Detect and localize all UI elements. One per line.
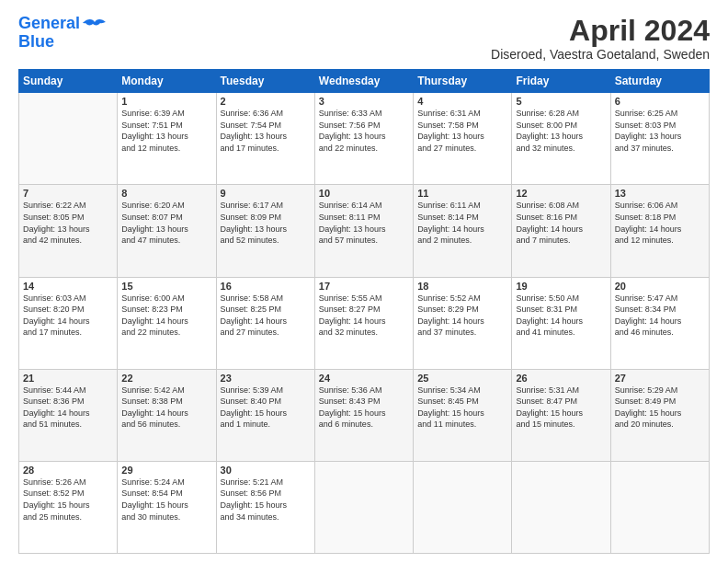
calendar-week-row: 28Sunrise: 5:26 AM Sunset: 8:52 PM Dayli… bbox=[19, 461, 710, 553]
month-title: April 2024 bbox=[491, 15, 710, 47]
day-info: Sunrise: 6:14 AM Sunset: 8:11 PM Dayligh… bbox=[319, 200, 409, 246]
calendar-cell: 30Sunrise: 5:21 AM Sunset: 8:56 PM Dayli… bbox=[216, 461, 314, 553]
header: General Blue April 2024 Diseroed, Vaestr… bbox=[18, 15, 710, 62]
calendar-day-header: Tuesday bbox=[216, 70, 314, 93]
calendar-table: SundayMondayTuesdayWednesdayThursdayFrid… bbox=[18, 69, 710, 554]
calendar-week-row: 14Sunrise: 6:03 AM Sunset: 8:20 PM Dayli… bbox=[19, 277, 710, 369]
day-info: Sunrise: 6:03 AM Sunset: 8:20 PM Dayligh… bbox=[23, 293, 113, 339]
calendar-cell: 9Sunrise: 6:17 AM Sunset: 8:09 PM Daylig… bbox=[216, 185, 314, 277]
day-info: Sunrise: 6:39 AM Sunset: 7:51 PM Dayligh… bbox=[121, 108, 211, 154]
day-number: 2 bbox=[221, 96, 311, 107]
calendar-cell: 21Sunrise: 5:44 AM Sunset: 8:36 PM Dayli… bbox=[19, 369, 118, 461]
calendar-day-header: Wednesday bbox=[314, 70, 413, 93]
day-info: Sunrise: 5:52 AM Sunset: 8:29 PM Dayligh… bbox=[417, 293, 507, 339]
calendar-cell: 29Sunrise: 5:24 AM Sunset: 8:54 PM Dayli… bbox=[118, 461, 216, 553]
calendar-day-header: Monday bbox=[118, 70, 216, 93]
calendar-cell: 6Sunrise: 6:25 AM Sunset: 8:03 PM Daylig… bbox=[610, 93, 709, 185]
logo-bird-icon bbox=[82, 18, 108, 39]
day-number: 20 bbox=[615, 281, 705, 292]
calendar-cell: 22Sunrise: 5:42 AM Sunset: 8:38 PM Dayli… bbox=[118, 369, 216, 461]
calendar-cell bbox=[512, 461, 610, 553]
day-info: Sunrise: 5:42 AM Sunset: 8:38 PM Dayligh… bbox=[121, 385, 211, 431]
day-number: 24 bbox=[319, 373, 409, 384]
day-info: Sunrise: 6:22 AM Sunset: 8:05 PM Dayligh… bbox=[23, 200, 113, 246]
day-info: Sunrise: 5:24 AM Sunset: 8:54 PM Dayligh… bbox=[121, 477, 211, 523]
day-info: Sunrise: 6:08 AM Sunset: 8:16 PM Dayligh… bbox=[516, 200, 606, 246]
day-info: Sunrise: 6:20 AM Sunset: 8:07 PM Dayligh… bbox=[121, 200, 211, 246]
day-number: 13 bbox=[615, 188, 705, 199]
day-info: Sunrise: 6:00 AM Sunset: 8:23 PM Dayligh… bbox=[121, 293, 211, 339]
day-number: 11 bbox=[417, 188, 507, 199]
calendar-week-row: 21Sunrise: 5:44 AM Sunset: 8:36 PM Dayli… bbox=[19, 369, 710, 461]
day-number: 26 bbox=[516, 373, 606, 384]
calendar-cell bbox=[314, 461, 413, 553]
logo-line2: Blue bbox=[18, 32, 54, 51]
page: General Blue April 2024 Diseroed, Vaestr… bbox=[0, 0, 728, 563]
calendar-cell: 12Sunrise: 6:08 AM Sunset: 8:16 PM Dayli… bbox=[512, 185, 610, 277]
day-number: 21 bbox=[23, 373, 113, 384]
calendar-day-header: Friday bbox=[512, 70, 610, 93]
day-info: Sunrise: 5:55 AM Sunset: 8:27 PM Dayligh… bbox=[319, 293, 409, 339]
calendar-cell: 17Sunrise: 5:55 AM Sunset: 8:27 PM Dayli… bbox=[314, 277, 413, 369]
calendar-day-header: Sunday bbox=[19, 70, 118, 93]
day-number: 17 bbox=[319, 281, 409, 292]
day-info: Sunrise: 5:26 AM Sunset: 8:52 PM Dayligh… bbox=[23, 477, 113, 523]
calendar-cell bbox=[19, 93, 118, 185]
day-info: Sunrise: 5:36 AM Sunset: 8:43 PM Dayligh… bbox=[319, 385, 409, 431]
calendar-cell bbox=[414, 461, 512, 553]
calendar-cell: 25Sunrise: 5:34 AM Sunset: 8:45 PM Dayli… bbox=[414, 369, 512, 461]
logo-line1: General bbox=[18, 14, 80, 32]
calendar-week-row: 7Sunrise: 6:22 AM Sunset: 8:05 PM Daylig… bbox=[19, 185, 710, 277]
calendar-cell: 2Sunrise: 6:36 AM Sunset: 7:54 PM Daylig… bbox=[216, 93, 314, 185]
calendar-cell: 27Sunrise: 5:29 AM Sunset: 8:49 PM Dayli… bbox=[610, 369, 709, 461]
day-number: 7 bbox=[23, 188, 113, 199]
day-info: Sunrise: 6:11 AM Sunset: 8:14 PM Dayligh… bbox=[417, 200, 507, 246]
calendar-cell: 18Sunrise: 5:52 AM Sunset: 8:29 PM Dayli… bbox=[414, 277, 512, 369]
day-number: 8 bbox=[121, 188, 211, 199]
calendar-cell: 8Sunrise: 6:20 AM Sunset: 8:07 PM Daylig… bbox=[118, 185, 216, 277]
day-info: Sunrise: 5:58 AM Sunset: 8:25 PM Dayligh… bbox=[221, 293, 311, 339]
calendar-cell: 1Sunrise: 6:39 AM Sunset: 7:51 PM Daylig… bbox=[118, 93, 216, 185]
day-number: 1 bbox=[121, 96, 211, 107]
calendar-cell: 16Sunrise: 5:58 AM Sunset: 8:25 PM Dayli… bbox=[216, 277, 314, 369]
calendar-cell: 23Sunrise: 5:39 AM Sunset: 8:40 PM Dayli… bbox=[216, 369, 314, 461]
day-number: 30 bbox=[221, 465, 311, 476]
calendar-cell: 5Sunrise: 6:28 AM Sunset: 8:00 PM Daylig… bbox=[512, 93, 610, 185]
calendar-cell: 20Sunrise: 5:47 AM Sunset: 8:34 PM Dayli… bbox=[610, 277, 709, 369]
title-block: April 2024 Diseroed, Vaestra Goetaland, … bbox=[491, 15, 710, 62]
calendar-cell: 19Sunrise: 5:50 AM Sunset: 8:31 PM Dayli… bbox=[512, 277, 610, 369]
day-number: 4 bbox=[417, 96, 507, 107]
day-number: 10 bbox=[319, 188, 409, 199]
day-number: 5 bbox=[516, 96, 606, 107]
day-number: 14 bbox=[23, 281, 113, 292]
day-number: 27 bbox=[615, 373, 705, 384]
day-number: 28 bbox=[23, 465, 113, 476]
day-info: Sunrise: 5:34 AM Sunset: 8:45 PM Dayligh… bbox=[417, 385, 507, 431]
location-subtitle: Diseroed, Vaestra Goetaland, Sweden bbox=[491, 47, 710, 62]
day-number: 18 bbox=[417, 281, 507, 292]
day-info: Sunrise: 6:06 AM Sunset: 8:18 PM Dayligh… bbox=[615, 200, 705, 246]
calendar-cell: 24Sunrise: 5:36 AM Sunset: 8:43 PM Dayli… bbox=[314, 369, 413, 461]
calendar-cell: 11Sunrise: 6:11 AM Sunset: 8:14 PM Dayli… bbox=[414, 185, 512, 277]
calendar-week-row: 1Sunrise: 6:39 AM Sunset: 7:51 PM Daylig… bbox=[19, 93, 710, 185]
day-info: Sunrise: 6:31 AM Sunset: 7:58 PM Dayligh… bbox=[417, 108, 507, 154]
day-info: Sunrise: 6:17 AM Sunset: 8:09 PM Dayligh… bbox=[221, 200, 311, 246]
day-number: 16 bbox=[221, 281, 311, 292]
day-info: Sunrise: 5:50 AM Sunset: 8:31 PM Dayligh… bbox=[516, 293, 606, 339]
day-info: Sunrise: 6:28 AM Sunset: 8:00 PM Dayligh… bbox=[516, 108, 606, 154]
calendar-cell: 3Sunrise: 6:33 AM Sunset: 7:56 PM Daylig… bbox=[314, 93, 413, 185]
day-number: 12 bbox=[516, 188, 606, 199]
calendar-day-header: Thursday bbox=[414, 70, 512, 93]
day-info: Sunrise: 6:33 AM Sunset: 7:56 PM Dayligh… bbox=[319, 108, 409, 154]
calendar-cell: 26Sunrise: 5:31 AM Sunset: 8:47 PM Dayli… bbox=[512, 369, 610, 461]
logo: General Blue bbox=[18, 15, 108, 52]
calendar-cell bbox=[610, 461, 709, 553]
calendar-cell: 15Sunrise: 6:00 AM Sunset: 8:23 PM Dayli… bbox=[118, 277, 216, 369]
day-info: Sunrise: 6:36 AM Sunset: 7:54 PM Dayligh… bbox=[221, 108, 311, 154]
day-info: Sunrise: 5:47 AM Sunset: 8:34 PM Dayligh… bbox=[615, 293, 705, 339]
day-info: Sunrise: 6:25 AM Sunset: 8:03 PM Dayligh… bbox=[615, 108, 705, 154]
day-info: Sunrise: 5:39 AM Sunset: 8:40 PM Dayligh… bbox=[221, 385, 311, 431]
day-number: 3 bbox=[319, 96, 409, 107]
calendar-cell: 4Sunrise: 6:31 AM Sunset: 7:58 PM Daylig… bbox=[414, 93, 512, 185]
calendar-cell: 7Sunrise: 6:22 AM Sunset: 8:05 PM Daylig… bbox=[19, 185, 118, 277]
